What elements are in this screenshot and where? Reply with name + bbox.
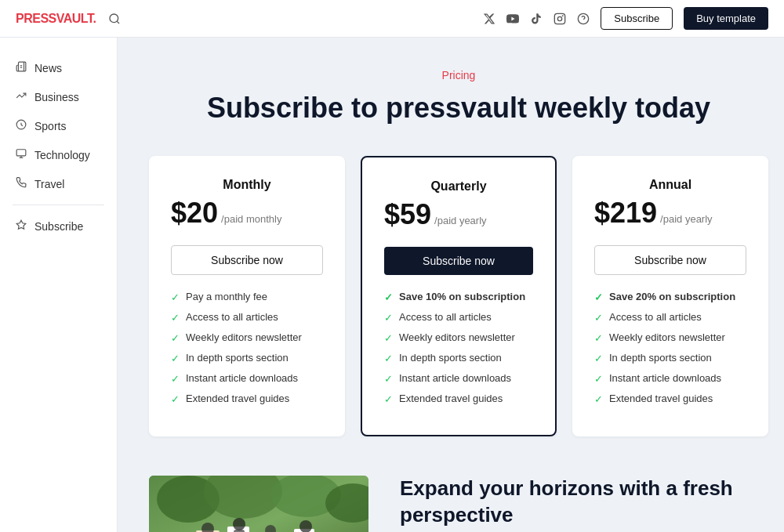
logo-text: PRESSVAULT [16, 12, 93, 25]
check-icon: ✓ [171, 393, 180, 405]
list-item: ✓Weekly editors newsletter [594, 331, 746, 344]
check-icon: ✓ [594, 291, 603, 303]
monthly-plan-name: Monthly [171, 178, 323, 192]
annual-price-amount: $219 [594, 197, 657, 230]
check-icon: ✓ [594, 353, 603, 364]
pricing-title: Subscribe to pressvault weekly today [149, 91, 768, 125]
sidebar-label-news: News [34, 62, 62, 74]
sidebar-label-subscribe: Subscribe [34, 220, 83, 233]
check-icon: ✓ [384, 291, 393, 303]
header-left: PRESSVAULT. [16, 12, 121, 26]
list-item: ✓Extended travel guides [171, 393, 323, 405]
check-icon: ✓ [594, 312, 603, 324]
pricing-cards: Monthly $20 /paid monthly Subscribe now … [149, 156, 768, 436]
sidebar-item-business[interactable]: Business [0, 82, 117, 111]
bottom-heading: Expand your horizons with a fresh perspe… [400, 476, 768, 529]
twitter-icon[interactable] [483, 13, 495, 25]
check-icon: ✓ [384, 393, 393, 405]
sidebar-item-subscribe[interactable]: Subscribe [0, 212, 117, 241]
travel-icon [16, 177, 27, 190]
check-icon: ✓ [171, 353, 180, 364]
check-icon: ✓ [384, 373, 393, 385]
list-item: ✓In depth sports section [384, 352, 533, 364]
quarterly-plan-name: Quarterly [384, 179, 533, 194]
annual-plan-price: $219 /paid yearly [594, 197, 746, 230]
quarterly-subscribe-button[interactable]: Subscribe now [384, 247, 533, 275]
annual-plan-card: Annual $219 /paid yearly Subscribe now ✓… [572, 156, 768, 436]
list-item: ✓In depth sports section [594, 352, 746, 364]
list-item: ✓Extended travel guides [384, 393, 533, 405]
header-right: Subscribe Buy template [483, 7, 768, 30]
search-icon [108, 13, 121, 25]
main-content: Pricing Subscribe to pressvault weekly t… [118, 38, 784, 532]
list-item: ✓Weekly editors newsletter [384, 331, 533, 344]
sidebar-item-technology[interactable]: Technology [0, 140, 117, 169]
list-item: ✓Instant article downloads [384, 372, 533, 385]
check-icon: ✓ [171, 332, 180, 344]
sidebar-label-business: Business [34, 91, 79, 103]
sidebar-item-travel[interactable]: Travel [0, 169, 117, 198]
monthly-plan-card: Monthly $20 /paid monthly Subscribe now … [149, 156, 345, 436]
quarterly-feature-list: ✓Save 10% on subscription ✓Access to all… [384, 291, 533, 405]
monthly-subscribe-button[interactable]: Subscribe now [171, 245, 323, 275]
bottom-section: Expand your horizons with a fresh perspe… [149, 468, 768, 532]
list-item: ✓Pay a monthly fee [171, 291, 323, 303]
instagram-icon[interactable] [554, 13, 566, 25]
check-icon: ✓ [171, 373, 180, 385]
monthly-feature-list: ✓Pay a monthly fee ✓Access to all articl… [171, 291, 323, 405]
check-icon: ✓ [384, 312, 393, 324]
sidebar-label-sports: Sports [34, 120, 66, 132]
check-icon: ✓ [171, 312, 180, 324]
check-icon: ✓ [594, 332, 603, 344]
svg-rect-11 [16, 150, 26, 156]
pricing-label: Pricing [149, 69, 768, 81]
buy-template-button[interactable]: Buy template [684, 7, 768, 30]
tiktok-icon[interactable] [530, 13, 543, 25]
annual-subscribe-button[interactable]: Subscribe now [594, 245, 746, 275]
list-item: ✓Access to all articles [171, 311, 323, 324]
list-item: ✓Access to all articles [384, 311, 533, 324]
help-icon[interactable] [577, 13, 590, 25]
monthly-price-period: /paid monthly [221, 213, 281, 225]
quarterly-price-amount: $59 [384, 198, 431, 231]
svg-point-4 [563, 16, 564, 16]
quarterly-price-period: /paid yearly [434, 215, 486, 226]
bottom-image-svg [149, 476, 368, 532]
sidebar-divider [13, 204, 104, 205]
pricing-section: Pricing Subscribe to pressvault weekly t… [149, 69, 768, 436]
bottom-image [149, 476, 368, 532]
list-item: ✓Save 10% on subscription [384, 291, 533, 303]
list-item: ✓Extended travel guides [594, 393, 746, 405]
monthly-plan-price: $20 /paid monthly [171, 197, 323, 230]
check-icon: ✓ [594, 373, 603, 385]
quarterly-plan-card: Quarterly $59 /paid yearly Subscribe now… [361, 156, 557, 436]
business-icon [16, 90, 27, 103]
search-button[interactable] [108, 13, 121, 25]
header-subscribe-button[interactable]: Subscribe [601, 7, 673, 30]
annual-price-period: /paid yearly [660, 213, 712, 225]
annual-plan-name: Annual [594, 178, 746, 192]
check-icon: ✓ [171, 291, 180, 303]
check-icon: ✓ [384, 353, 393, 364]
list-item: ✓In depth sports section [171, 352, 323, 364]
list-item: ✓Instant article downloads [171, 372, 323, 385]
bottom-text: Expand your horizons with a fresh perspe… [400, 476, 768, 529]
logo-dot: . [93, 12, 96, 25]
subscribe-sidebar-icon [16, 219, 27, 233]
sidebar-item-news[interactable]: News [0, 53, 117, 82]
svg-rect-2 [555, 13, 565, 24]
logo: PRESSVAULT. [16, 12, 96, 26]
youtube-icon[interactable] [506, 13, 519, 25]
header: PRESSVAULT. Subscribe Buy template [0, 0, 784, 38]
sidebar-item-sports[interactable]: Sports [0, 111, 117, 140]
check-icon: ✓ [384, 332, 393, 344]
sidebar-label-technology: Technology [34, 149, 90, 161]
quarterly-plan-price: $59 /paid yearly [384, 198, 533, 231]
list-item: ✓Instant article downloads [594, 372, 746, 385]
sports-icon [16, 119, 27, 132]
svg-marker-14 [16, 220, 26, 229]
svg-point-3 [558, 16, 562, 20]
technology-icon [16, 148, 27, 161]
svg-point-26 [233, 518, 245, 530]
svg-line-1 [117, 21, 119, 24]
